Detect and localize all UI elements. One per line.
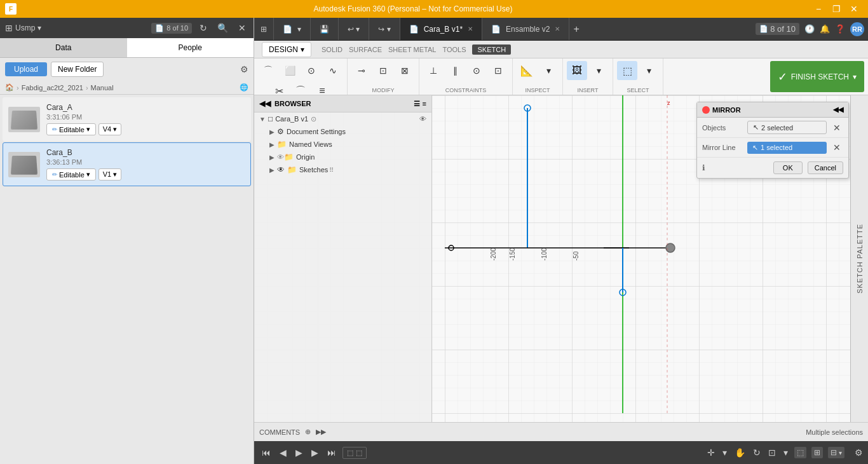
- tab-close-icon[interactable]: ✕: [468, 25, 473, 32]
- solid-tab[interactable]: SOLID: [322, 46, 342, 53]
- frame-options[interactable]: ⬚: [794, 447, 806, 458]
- browser-menu-icon[interactable]: ≡: [423, 100, 426, 108]
- play-button[interactable]: ▶: [293, 445, 305, 460]
- clock-icon[interactable]: 🕐: [804, 24, 815, 34]
- objects-clear-button[interactable]: ✕: [831, 121, 843, 134]
- circle-btn[interactable]: ⊙: [301, 61, 322, 80]
- redo-button[interactable]: ↪ ▾: [369, 18, 400, 40]
- last-frame-button[interactable]: ⏭: [325, 445, 339, 460]
- sketch-tab[interactable]: SKETCH: [472, 44, 511, 55]
- tab-cara-b[interactable]: 📄 Cara_B v1* ✕: [400, 18, 482, 40]
- finish-sketch-button[interactable]: ✓ FINISH SKETCH ▾: [770, 61, 864, 92]
- refresh-button[interactable]: ↻: [197, 20, 210, 36]
- file-menu[interactable]: 📄 ▾: [274, 18, 311, 40]
- insert-btn[interactable]: 🖼: [567, 61, 587, 80]
- browser-item-origin[interactable]: ▶ 👁 📁 Origin: [254, 151, 431, 163]
- zoom-fit-icon[interactable]: ⊡: [766, 445, 778, 460]
- right-page-count: 📄 8 of 10: [756, 23, 799, 35]
- next-frame-button[interactable]: ▶: [309, 445, 321, 460]
- settings-circle-icon[interactable]: ⊙: [311, 115, 316, 123]
- zoom-dropdown[interactable]: ▾: [781, 445, 790, 460]
- c3-btn[interactable]: ⊙: [466, 61, 487, 80]
- usmp-menu[interactable]: ⊞ Usmp ▾: [5, 23, 41, 33]
- user-avatar[interactable]: RR: [850, 22, 864, 36]
- first-frame-button[interactable]: ⏮: [259, 445, 273, 460]
- undo-button[interactable]: ↩ ▾: [339, 18, 369, 40]
- version-badge-cara-b[interactable]: V1 ▾: [98, 168, 122, 181]
- grid-options[interactable]: ⊞: [811, 447, 823, 458]
- nav-dropdown[interactable]: ▾: [720, 445, 729, 460]
- prev-frame-button[interactable]: ◀: [277, 445, 289, 460]
- c1-btn[interactable]: ⊥: [423, 61, 444, 80]
- browser-item-cara-b-v1[interactable]: ▼ □ Cara_B v1 ⊙ 👁: [254, 113, 431, 125]
- version-badge-cara-a[interactable]: V4 ▾: [98, 123, 122, 135]
- mirror-cancel-button[interactable]: Cancel: [808, 161, 843, 174]
- search-button[interactable]: 🔍: [215, 20, 231, 36]
- eye-icon-1[interactable]: 👁: [419, 115, 426, 123]
- breadcrumb-item-1[interactable]: Fabdig_ac2t2_2021: [22, 84, 83, 92]
- comments-collapse-icon[interactable]: ▶▶: [316, 428, 326, 436]
- home-icon[interactable]: 🏠: [5, 83, 14, 92]
- maximize-button[interactable]: ❐: [827, 0, 845, 18]
- editable-badge-cara-a[interactable]: ✏ Editable ▾: [46, 123, 96, 135]
- bell-icon[interactable]: 🔔: [820, 24, 830, 34]
- browser-item-sketches[interactable]: ▶ 👁 📁 Sketches ⠿: [254, 163, 431, 176]
- settings-icon[interactable]: ⚙: [240, 64, 248, 74]
- left-close-button[interactable]: ✕: [236, 20, 248, 36]
- timeline-box[interactable]: ⬚ ⬚: [342, 447, 367, 459]
- arc-btn[interactable]: ⌒: [258, 61, 278, 80]
- mirror-line-label: Mirror Line: [702, 144, 743, 151]
- sheet-metal-tab[interactable]: SHEET METAL: [388, 46, 436, 53]
- browser-collapse-icon[interactable]: ◀◀: [259, 99, 271, 108]
- breadcrumb-globe-icon[interactable]: 🌐: [240, 83, 248, 92]
- mirror-ok-button[interactable]: OK: [773, 161, 803, 174]
- modify3-btn[interactable]: ⊠: [395, 61, 415, 80]
- tab-ensamble[interactable]: 📄 Ensamble v2 ✕: [482, 18, 569, 40]
- pan-icon[interactable]: ✋: [732, 445, 748, 460]
- mirror-line-clear-button[interactable]: ✕: [831, 141, 843, 154]
- navigation-icon[interactable]: ✛: [705, 445, 717, 460]
- browser-item-named-views[interactable]: ▶ 📁 Named Views: [254, 138, 431, 151]
- rect-btn[interactable]: ⬜: [280, 61, 300, 80]
- close-button[interactable]: ✕: [845, 0, 863, 18]
- scale-btn[interactable]: ⊡: [373, 61, 393, 80]
- tab-people[interactable]: People: [127, 38, 254, 57]
- inspect-down[interactable]: ▾: [538, 61, 559, 80]
- select-btn[interactable]: ⬚: [617, 61, 637, 80]
- new-folder-button[interactable]: New Folder: [51, 62, 104, 77]
- surface-tab[interactable]: SURFACE: [349, 46, 382, 53]
- move-btn[interactable]: ⊸: [351, 61, 372, 80]
- eye-icon-sketches[interactable]: 👁: [277, 165, 285, 174]
- save-button[interactable]: 💾: [311, 18, 339, 40]
- file-item-cara-a[interactable]: Cara_A 3:31:06 PM ✏ Editable ▾ V4 ▾: [3, 97, 251, 141]
- display-options[interactable]: ⊟ ▾: [828, 447, 844, 458]
- canvas-area[interactable]: -200 -150 -100 -50 z ◀◀ BROWSER: [254, 95, 868, 422]
- upload-button[interactable]: Upload: [5, 62, 47, 76]
- add-comment-icon[interactable]: ⊕: [305, 428, 311, 436]
- tools-tab[interactable]: TOOLS: [442, 46, 466, 53]
- inspect-btn[interactable]: 📐: [517, 61, 537, 80]
- orbit-icon[interactable]: ↻: [750, 445, 763, 460]
- design-dropdown[interactable]: DESIGN ▾: [262, 42, 311, 57]
- file-item-cara-b[interactable]: Cara_B 3:36:13 PM ✏ Editable ▾ V1 ▾: [3, 142, 251, 186]
- help-icon[interactable]: ❓: [835, 24, 845, 34]
- mirror-expand-icon[interactable]: ◀◀: [833, 106, 843, 114]
- c4-btn[interactable]: ⊡: [488, 61, 508, 80]
- insert-down[interactable]: ▾: [588, 61, 609, 80]
- eye-icon-origin[interactable]: 👁: [277, 153, 284, 161]
- browser-expand-icon[interactable]: ☰: [414, 100, 420, 108]
- breadcrumb-item-2[interactable]: Manual: [91, 84, 114, 92]
- minimize-button[interactable]: −: [810, 0, 827, 18]
- browser-item-doc-settings[interactable]: ▶ ⚙ Document Settings: [254, 125, 431, 138]
- editable-badge-cara-b[interactable]: ✏ Editable ▾: [46, 168, 96, 181]
- mirror-line-selected-button[interactable]: ↖ 1 selected: [747, 142, 827, 154]
- tab-close-icon-2[interactable]: ✕: [555, 25, 560, 32]
- new-tab-button[interactable]: +: [569, 18, 583, 40]
- objects-selected-button[interactable]: ↖ 2 selected: [747, 121, 827, 134]
- c2-btn[interactable]: ∥: [445, 61, 465, 80]
- select-down[interactable]: ▾: [639, 61, 659, 80]
- bottom-settings-icon[interactable]: ⚙: [855, 447, 863, 458]
- tab-data[interactable]: Data: [0, 38, 127, 57]
- curve-btn[interactable]: ∿: [323, 61, 343, 80]
- apps-icon[interactable]: ⊞: [254, 18, 274, 40]
